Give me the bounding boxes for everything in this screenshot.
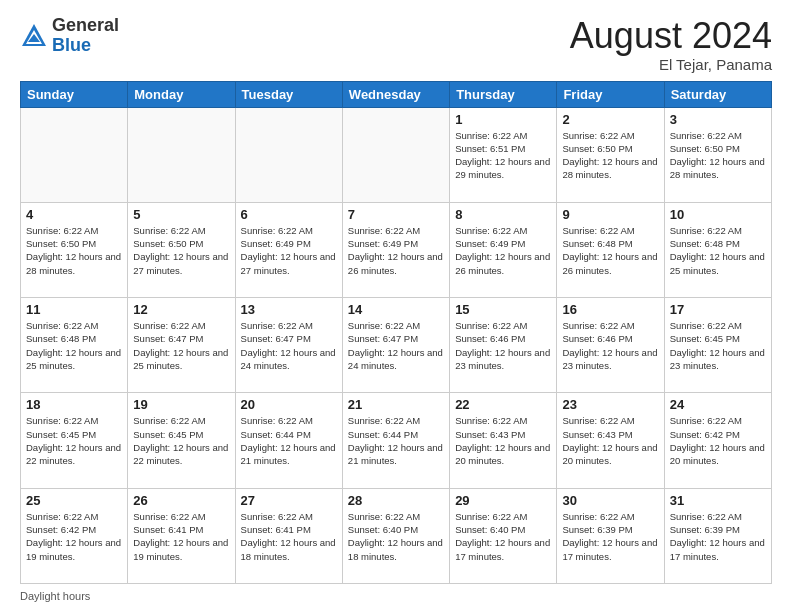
- logo-general: General: [52, 15, 119, 35]
- table-cell: 22Sunrise: 6:22 AMSunset: 6:43 PMDayligh…: [450, 393, 557, 488]
- logo-text: General Blue: [52, 16, 119, 56]
- table-cell: 9Sunrise: 6:22 AMSunset: 6:48 PMDaylight…: [557, 202, 664, 297]
- day-number: 21: [348, 397, 444, 412]
- day-info: Sunrise: 6:22 AMSunset: 6:42 PMDaylight:…: [26, 510, 122, 563]
- table-cell: 25Sunrise: 6:22 AMSunset: 6:42 PMDayligh…: [21, 488, 128, 583]
- col-monday: Monday: [128, 81, 235, 107]
- week-row-4: 18Sunrise: 6:22 AMSunset: 6:45 PMDayligh…: [21, 393, 772, 488]
- day-info: Sunrise: 6:22 AMSunset: 6:49 PMDaylight:…: [455, 224, 551, 277]
- day-number: 10: [670, 207, 766, 222]
- day-number: 28: [348, 493, 444, 508]
- table-cell: 19Sunrise: 6:22 AMSunset: 6:45 PMDayligh…: [128, 393, 235, 488]
- day-info: Sunrise: 6:22 AMSunset: 6:41 PMDaylight:…: [133, 510, 229, 563]
- week-row-5: 25Sunrise: 6:22 AMSunset: 6:42 PMDayligh…: [21, 488, 772, 583]
- day-number: 8: [455, 207, 551, 222]
- day-info: Sunrise: 6:22 AMSunset: 6:39 PMDaylight:…: [562, 510, 658, 563]
- day-number: 14: [348, 302, 444, 317]
- day-info: Sunrise: 6:22 AMSunset: 6:47 PMDaylight:…: [133, 319, 229, 372]
- table-cell: 31Sunrise: 6:22 AMSunset: 6:39 PMDayligh…: [664, 488, 771, 583]
- day-info: Sunrise: 6:22 AMSunset: 6:50 PMDaylight:…: [133, 224, 229, 277]
- table-cell: 3Sunrise: 6:22 AMSunset: 6:50 PMDaylight…: [664, 107, 771, 202]
- table-cell: 1Sunrise: 6:22 AMSunset: 6:51 PMDaylight…: [450, 107, 557, 202]
- day-number: 27: [241, 493, 337, 508]
- table-cell: [342, 107, 449, 202]
- main-title: August 2024: [570, 16, 772, 56]
- day-number: 23: [562, 397, 658, 412]
- day-info: Sunrise: 6:22 AMSunset: 6:45 PMDaylight:…: [133, 414, 229, 467]
- logo-icon: [20, 22, 48, 50]
- day-number: 26: [133, 493, 229, 508]
- day-info: Sunrise: 6:22 AMSunset: 6:46 PMDaylight:…: [455, 319, 551, 372]
- table-cell: 16Sunrise: 6:22 AMSunset: 6:46 PMDayligh…: [557, 298, 664, 393]
- day-number: 7: [348, 207, 444, 222]
- day-info: Sunrise: 6:22 AMSunset: 6:45 PMDaylight:…: [670, 319, 766, 372]
- calendar-table: Sunday Monday Tuesday Wednesday Thursday…: [20, 81, 772, 584]
- table-cell: 15Sunrise: 6:22 AMSunset: 6:46 PMDayligh…: [450, 298, 557, 393]
- day-info: Sunrise: 6:22 AMSunset: 6:51 PMDaylight:…: [455, 129, 551, 182]
- col-tuesday: Tuesday: [235, 81, 342, 107]
- day-number: 5: [133, 207, 229, 222]
- subtitle: El Tejar, Panama: [570, 56, 772, 73]
- day-number: 29: [455, 493, 551, 508]
- footer: Daylight hours: [20, 590, 772, 602]
- table-cell: [21, 107, 128, 202]
- table-cell: 30Sunrise: 6:22 AMSunset: 6:39 PMDayligh…: [557, 488, 664, 583]
- day-number: 9: [562, 207, 658, 222]
- week-row-3: 11Sunrise: 6:22 AMSunset: 6:48 PMDayligh…: [21, 298, 772, 393]
- table-cell: 7Sunrise: 6:22 AMSunset: 6:49 PMDaylight…: [342, 202, 449, 297]
- day-number: 11: [26, 302, 122, 317]
- col-wednesday: Wednesday: [342, 81, 449, 107]
- day-info: Sunrise: 6:22 AMSunset: 6:40 PMDaylight:…: [455, 510, 551, 563]
- day-info: Sunrise: 6:22 AMSunset: 6:50 PMDaylight:…: [670, 129, 766, 182]
- day-info: Sunrise: 6:22 AMSunset: 6:46 PMDaylight:…: [562, 319, 658, 372]
- table-cell: 17Sunrise: 6:22 AMSunset: 6:45 PMDayligh…: [664, 298, 771, 393]
- title-block: August 2024 El Tejar, Panama: [570, 16, 772, 73]
- table-cell: 21Sunrise: 6:22 AMSunset: 6:44 PMDayligh…: [342, 393, 449, 488]
- calendar-header-row: Sunday Monday Tuesday Wednesday Thursday…: [21, 81, 772, 107]
- day-info: Sunrise: 6:22 AMSunset: 6:49 PMDaylight:…: [241, 224, 337, 277]
- table-cell: 26Sunrise: 6:22 AMSunset: 6:41 PMDayligh…: [128, 488, 235, 583]
- day-number: 13: [241, 302, 337, 317]
- day-number: 12: [133, 302, 229, 317]
- day-number: 4: [26, 207, 122, 222]
- header: General Blue August 2024 El Tejar, Panam…: [20, 16, 772, 73]
- table-cell: 28Sunrise: 6:22 AMSunset: 6:40 PMDayligh…: [342, 488, 449, 583]
- col-thursday: Thursday: [450, 81, 557, 107]
- day-number: 25: [26, 493, 122, 508]
- day-info: Sunrise: 6:22 AMSunset: 6:43 PMDaylight:…: [455, 414, 551, 467]
- day-number: 22: [455, 397, 551, 412]
- table-cell: 4Sunrise: 6:22 AMSunset: 6:50 PMDaylight…: [21, 202, 128, 297]
- col-friday: Friday: [557, 81, 664, 107]
- day-number: 31: [670, 493, 766, 508]
- table-cell: [128, 107, 235, 202]
- table-cell: 27Sunrise: 6:22 AMSunset: 6:41 PMDayligh…: [235, 488, 342, 583]
- day-info: Sunrise: 6:22 AMSunset: 6:47 PMDaylight:…: [241, 319, 337, 372]
- day-number: 1: [455, 112, 551, 127]
- day-info: Sunrise: 6:22 AMSunset: 6:44 PMDaylight:…: [241, 414, 337, 467]
- day-number: 15: [455, 302, 551, 317]
- day-number: 3: [670, 112, 766, 127]
- table-cell: 11Sunrise: 6:22 AMSunset: 6:48 PMDayligh…: [21, 298, 128, 393]
- week-row-1: 1Sunrise: 6:22 AMSunset: 6:51 PMDaylight…: [21, 107, 772, 202]
- day-info: Sunrise: 6:22 AMSunset: 6:44 PMDaylight:…: [348, 414, 444, 467]
- table-cell: 2Sunrise: 6:22 AMSunset: 6:50 PMDaylight…: [557, 107, 664, 202]
- table-cell: 12Sunrise: 6:22 AMSunset: 6:47 PMDayligh…: [128, 298, 235, 393]
- table-cell: [235, 107, 342, 202]
- table-cell: 8Sunrise: 6:22 AMSunset: 6:49 PMDaylight…: [450, 202, 557, 297]
- day-number: 24: [670, 397, 766, 412]
- day-number: 16: [562, 302, 658, 317]
- day-info: Sunrise: 6:22 AMSunset: 6:41 PMDaylight:…: [241, 510, 337, 563]
- day-info: Sunrise: 6:22 AMSunset: 6:42 PMDaylight:…: [670, 414, 766, 467]
- daylight-label: Daylight hours: [20, 590, 90, 602]
- table-cell: 23Sunrise: 6:22 AMSunset: 6:43 PMDayligh…: [557, 393, 664, 488]
- day-number: 6: [241, 207, 337, 222]
- table-cell: 5Sunrise: 6:22 AMSunset: 6:50 PMDaylight…: [128, 202, 235, 297]
- page: General Blue August 2024 El Tejar, Panam…: [0, 0, 792, 612]
- day-info: Sunrise: 6:22 AMSunset: 6:47 PMDaylight:…: [348, 319, 444, 372]
- logo-blue: Blue: [52, 35, 91, 55]
- table-cell: 6Sunrise: 6:22 AMSunset: 6:49 PMDaylight…: [235, 202, 342, 297]
- day-info: Sunrise: 6:22 AMSunset: 6:48 PMDaylight:…: [562, 224, 658, 277]
- day-info: Sunrise: 6:22 AMSunset: 6:49 PMDaylight:…: [348, 224, 444, 277]
- day-number: 20: [241, 397, 337, 412]
- day-number: 18: [26, 397, 122, 412]
